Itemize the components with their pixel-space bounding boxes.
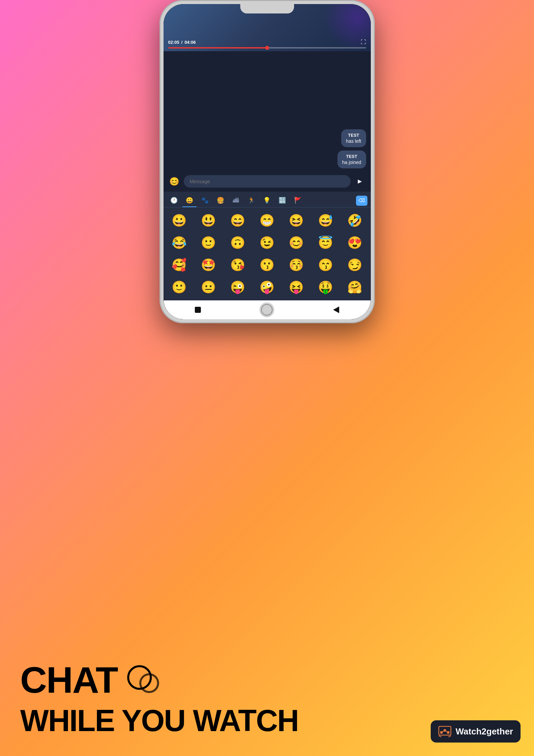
video-duration: 04:06 bbox=[184, 40, 195, 45]
emoji-laughing[interactable]: 😆 bbox=[282, 210, 310, 231]
category-flags[interactable]: 🚩 bbox=[291, 194, 305, 207]
chat-bubble-right: TEST ha joined bbox=[337, 151, 366, 168]
emoji-smile[interactable]: 😄 bbox=[224, 210, 252, 231]
emoji-star-struck[interactable]: 🤩 bbox=[194, 255, 222, 275]
emoji-grid: 😀 😃 😄 😁 😆 😅 🤣 😂 🙂 🙃 😉 😊 😇 😍 bbox=[164, 207, 371, 300]
emoji-slight-smile[interactable]: 🙂 bbox=[194, 232, 222, 253]
category-animals[interactable]: 🐾 bbox=[198, 194, 212, 207]
emoji-kissing-smiling[interactable]: 😙 bbox=[312, 255, 340, 275]
home-icon bbox=[259, 302, 274, 317]
category-smileys[interactable]: 😀 bbox=[182, 194, 197, 207]
chat-bubble-left: TEST has left bbox=[341, 129, 366, 147]
emoji-sweat-smile[interactable]: 😅 bbox=[312, 210, 340, 231]
svg-point-0 bbox=[128, 666, 151, 689]
phone-mockup: 02:05 / 04:06 ⛶ bbox=[159, 0, 375, 323]
message-input-area: 😊 ► bbox=[164, 172, 371, 192]
emoji-smirk[interactable]: 😏 bbox=[341, 255, 369, 275]
phone-shell: 02:05 / 04:06 ⛶ bbox=[159, 0, 375, 323]
category-activities[interactable]: 🏃 bbox=[244, 194, 258, 207]
brand-name: Watch2gether bbox=[456, 726, 513, 737]
phone-screen: 02:05 / 04:06 ⛶ bbox=[164, 4, 371, 319]
emoji-keyboard: 🕐 😀 🐾 🍔 🏙 🏃 💡 🔣 🚩 ⌫ 😀 😃 bbox=[164, 192, 371, 300]
app-screen: 02:05 / 04:06 ⛶ bbox=[164, 4, 371, 319]
message-text-2: ha joined bbox=[342, 160, 361, 165]
emoji-heart-eyes[interactable]: 😍 bbox=[341, 232, 369, 253]
expand-icon[interactable]: ⛶ bbox=[361, 39, 366, 45]
send-button[interactable]: ► bbox=[354, 175, 366, 188]
emoji-upside-down[interactable]: 🙃 bbox=[224, 232, 252, 253]
nav-home[interactable] bbox=[259, 302, 274, 317]
category-travel[interactable]: 🏙 bbox=[229, 194, 243, 207]
emoji-hugging[interactable]: 🤗 bbox=[341, 277, 369, 298]
username-2: TEST bbox=[342, 154, 361, 159]
progress-bar[interactable] bbox=[168, 47, 366, 48]
delete-emoji-button[interactable]: ⌫ bbox=[356, 196, 367, 206]
emoji-money-mouth[interactable]: 🤑 bbox=[312, 277, 340, 298]
emoji-kissing-heart[interactable]: 😘 bbox=[224, 255, 252, 275]
chat-messages: TEST has left TEST ha joined bbox=[168, 129, 366, 168]
emoji-grin[interactable]: 😁 bbox=[253, 210, 281, 231]
home-icon-inner bbox=[261, 304, 273, 316]
video-timer: 02:05 / 04:06 ⛶ bbox=[168, 39, 366, 45]
emoji-joy[interactable]: 😂 bbox=[166, 232, 193, 253]
category-symbols[interactable]: 🔣 bbox=[275, 194, 289, 207]
emoji-kissing-closed[interactable]: 😚 bbox=[282, 255, 310, 275]
chat-headline: CHAT bbox=[20, 660, 514, 700]
emoji-wink[interactable]: 😉 bbox=[253, 232, 281, 253]
username-1: TEST bbox=[346, 133, 361, 138]
emoji-squinting-tongue[interactable]: 😝 bbox=[282, 277, 310, 298]
emoji-picker-button[interactable]: 😊 bbox=[168, 175, 180, 188]
video-separator: / bbox=[181, 40, 183, 45]
emoji-winking-tongue[interactable]: 😜 bbox=[224, 277, 252, 298]
progress-fill bbox=[168, 47, 267, 48]
nav-recent-apps[interactable] bbox=[190, 302, 205, 317]
chat-area: TEST has left TEST ha joined bbox=[164, 51, 371, 172]
nav-back[interactable] bbox=[329, 302, 344, 317]
emoji-grinning[interactable]: 😀 bbox=[166, 210, 193, 231]
video-time: 02:05 bbox=[168, 40, 179, 45]
chat-icon bbox=[124, 660, 165, 700]
emoji-slightly-smiling[interactable]: 🙂 bbox=[166, 277, 193, 298]
svg-line-9 bbox=[448, 736, 451, 737]
phone-notch bbox=[240, 4, 294, 13]
chat-label: CHAT bbox=[20, 661, 117, 698]
category-food[interactable]: 🍔 bbox=[213, 194, 227, 207]
emoji-kissing[interactable]: 😗 bbox=[253, 255, 281, 275]
emoji-zany[interactable]: 🤪 bbox=[253, 277, 281, 298]
svg-line-8 bbox=[439, 736, 441, 737]
emoji-smiley[interactable]: 😃 bbox=[194, 210, 222, 231]
emoji-category-bar: 🕐 😀 🐾 🍔 🏙 🏃 💡 🔣 🚩 ⌫ bbox=[164, 192, 371, 207]
recent-apps-icon bbox=[195, 307, 201, 313]
video-overlay: 02:05 / 04:06 ⛶ bbox=[164, 37, 371, 51]
message-text-1: has left bbox=[346, 138, 361, 144]
emoji-halo[interactable]: 😇 bbox=[312, 232, 340, 253]
watch2gether-badge: Watch2gether bbox=[431, 720, 521, 743]
emoji-smiling-hearts[interactable]: 🥰 bbox=[166, 255, 193, 275]
message-input[interactable] bbox=[184, 175, 351, 188]
w2g-logo-icon bbox=[438, 726, 452, 737]
category-recent[interactable]: 🕐 bbox=[167, 194, 181, 207]
back-icon bbox=[333, 306, 339, 313]
emoji-rofl[interactable]: 🤣 bbox=[341, 210, 369, 231]
emoji-neutral[interactable]: 😐 bbox=[194, 277, 222, 298]
progress-dot bbox=[265, 46, 269, 50]
navigation-bar bbox=[164, 300, 371, 319]
category-objects[interactable]: 💡 bbox=[260, 194, 274, 207]
emoji-blush[interactable]: 😊 bbox=[282, 232, 310, 253]
